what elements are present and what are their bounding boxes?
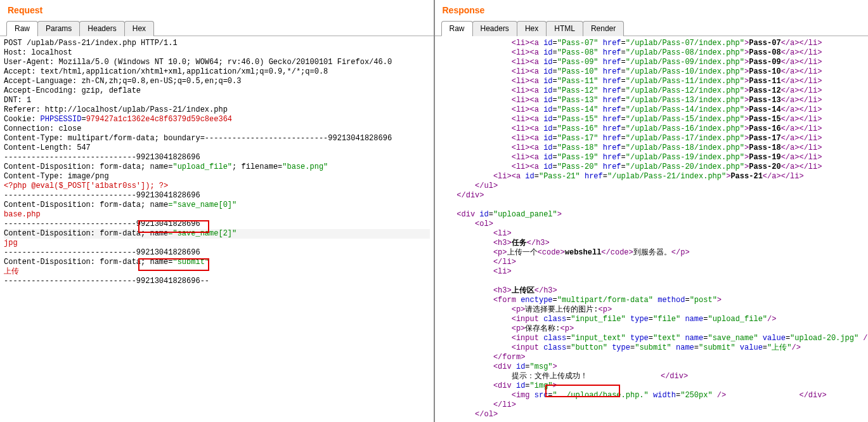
request-tabbar: Raw Params Headers Hex — [0, 19, 434, 36]
tab-render[interactable]: Render — [583, 21, 624, 36]
request-panel: Request Raw Params Headers Hex POST /upl… — [0, 0, 435, 422]
tab-hex[interactable]: Hex — [517, 21, 547, 36]
response-panel: Response Raw Headers Hex HTML Render <li… — [435, 0, 869, 422]
tab-headers[interactable]: Headers — [472, 21, 517, 36]
tab-hex[interactable]: Hex — [124, 21, 154, 36]
tab-raw[interactable]: Raw — [6, 21, 38, 36]
response-title: Response — [435, 0, 869, 19]
request-raw-content[interactable]: POST /uplab/Pass-21/index.php HTTP/1.1Ho… — [0, 36, 434, 422]
response-raw-content[interactable]: <li><a id="Pass-07" href="/uplab/Pass-07… — [435, 36, 869, 422]
tab-headers[interactable]: Headers — [79, 21, 124, 36]
tab-html[interactable]: HTML — [546, 21, 583, 36]
tab-raw[interactable]: Raw — [441, 21, 473, 36]
tab-params[interactable]: Params — [37, 21, 80, 36]
request-title: Request — [0, 0, 434, 19]
response-tabbar: Raw Headers Hex HTML Render — [435, 19, 869, 36]
